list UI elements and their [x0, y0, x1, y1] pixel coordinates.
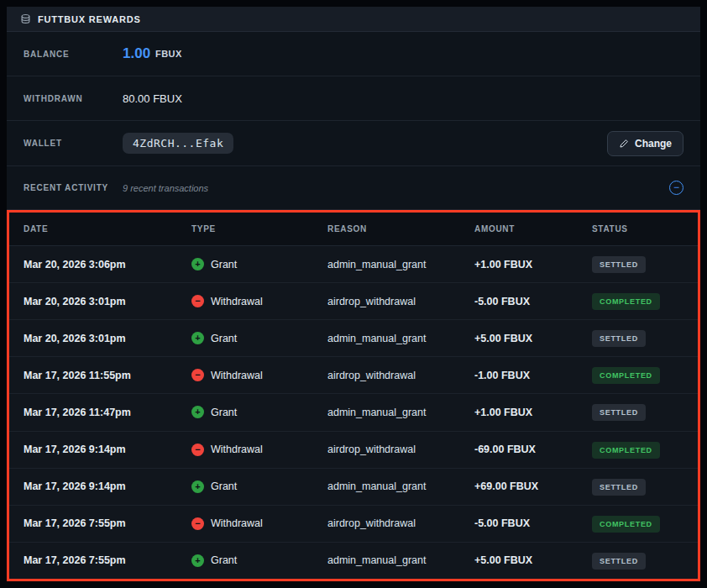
- table-row: Mar 17, 2026 11:55pm − Withdrawal airdro…: [9, 357, 698, 394]
- panel-header: FUTTBUX REWARDS: [7, 7, 700, 32]
- transaction-reason: admin_manual_grant: [327, 333, 474, 344]
- transaction-amount: +1.00 FBUX: [474, 407, 592, 418]
- withdrawal-minus-icon: −: [191, 369, 204, 381]
- column-header-reason: REASON: [327, 224, 474, 234]
- status-badge: COMPLETED: [592, 293, 660, 310]
- wallet-label: WALLET: [24, 139, 123, 148]
- table-row: Mar 20, 2026 3:01pm + Grant admin_manual…: [9, 320, 698, 357]
- status-badge: SETTLED: [592, 479, 646, 496]
- transaction-type-label: Grant: [211, 259, 237, 270]
- transaction-status: COMPLETED: [592, 366, 698, 384]
- transaction-amount: +5.00 FBUX: [474, 333, 592, 344]
- transaction-type-label: Grant: [211, 554, 237, 566]
- transaction-status: SETTLED: [592, 478, 698, 496]
- recent-activity-row: RECENT ACTIVITY 9 recent transactions −: [7, 166, 700, 210]
- withdrawn-value: 80.00 FBUX: [123, 92, 182, 105]
- table-row: Mar 20, 2026 3:01pm − Withdrawal airdrop…: [9, 283, 698, 320]
- status-badge: COMPLETED: [592, 367, 660, 384]
- balance-value: 1.00: [123, 45, 150, 62]
- status-badge: SETTLED: [592, 404, 646, 421]
- collapse-minus-icon[interactable]: −: [669, 181, 683, 195]
- transactions-table-highlighted: DATE TYPE REASON AMOUNT STATUS Mar 20, 2…: [7, 210, 700, 581]
- transaction-amount: -69.00 FBUX: [474, 444, 592, 455]
- transaction-type-label: Withdrawal: [211, 517, 263, 529]
- balance-row: BALANCE 1.00 FBUX: [7, 32, 700, 76]
- transaction-reason: airdrop_withdrawal: [327, 517, 474, 529]
- table-row: Mar 20, 2026 3:06pm + Grant admin_manual…: [9, 246, 698, 283]
- transaction-status: COMPLETED: [592, 292, 698, 310]
- transaction-amount: +5.00 FBUX: [474, 554, 592, 566]
- grant-plus-icon: +: [191, 554, 204, 567]
- status-badge: SETTLED: [592, 256, 646, 273]
- transaction-type-label: Withdrawal: [211, 444, 263, 455]
- grant-plus-icon: +: [191, 258, 204, 270]
- transaction-type-label: Withdrawal: [211, 296, 263, 307]
- transaction-status: COMPLETED: [592, 515, 698, 533]
- wallet-row: WALLET 4ZdRCH...Efak Change: [7, 121, 700, 166]
- withdrawal-minus-icon: −: [191, 444, 204, 456]
- transaction-type: + Grant: [191, 406, 327, 418]
- panel-title: FUTTBUX REWARDS: [38, 14, 141, 24]
- grant-plus-icon: +: [191, 332, 204, 344]
- transaction-status: SETTLED: [592, 403, 698, 421]
- grant-plus-icon: +: [191, 480, 204, 493]
- transaction-reason: admin_manual_grant: [327, 259, 474, 270]
- transaction-type: − Withdrawal: [191, 369, 327, 381]
- withdrawn-label: WITHDRAWN: [24, 94, 123, 103]
- transaction-type-label: Grant: [211, 480, 237, 492]
- transaction-reason: airdrop_withdrawal: [327, 370, 474, 381]
- transaction-date: Mar 17, 2026 9:14pm: [24, 444, 191, 455]
- status-badge: COMPLETED: [592, 442, 660, 459]
- transaction-amount: -1.00 FBUX: [474, 370, 592, 381]
- edit-pencil-icon: [619, 139, 629, 149]
- transaction-type: + Grant: [191, 480, 327, 493]
- transaction-date: Mar 17, 2026 7:55pm: [24, 554, 191, 566]
- balance-label: BALANCE: [24, 50, 123, 59]
- transaction-date: Mar 20, 2026 3:01pm: [24, 296, 191, 307]
- transaction-amount: +69.00 FBUX: [474, 480, 592, 492]
- transaction-status: COMPLETED: [592, 441, 698, 459]
- transaction-reason: airdrop_withdrawal: [327, 296, 474, 307]
- transaction-type: + Grant: [191, 258, 327, 270]
- transaction-reason: airdrop_withdrawal: [327, 444, 474, 455]
- transaction-type: + Grant: [191, 554, 327, 567]
- grant-plus-icon: +: [191, 406, 204, 418]
- transaction-amount: -5.00 FBUX: [474, 517, 592, 529]
- table-row: Mar 17, 2026 9:14pm − Withdrawal airdrop…: [9, 432, 698, 469]
- transaction-date: Mar 17, 2026 11:55pm: [24, 370, 191, 381]
- recent-activity-label: RECENT ACTIVITY: [24, 183, 123, 192]
- transaction-type-label: Withdrawal: [211, 370, 263, 381]
- transaction-type-label: Grant: [211, 333, 237, 344]
- transaction-date: Mar 17, 2026 11:47pm: [24, 407, 191, 418]
- withdrawal-minus-icon: −: [191, 517, 204, 530]
- withdrawal-minus-icon: −: [191, 295, 204, 307]
- table-row: Mar 17, 2026 9:14pm + Grant admin_manual…: [9, 469, 698, 506]
- change-wallet-button[interactable]: Change: [607, 131, 683, 156]
- transaction-status: SETTLED: [592, 552, 698, 570]
- transaction-amount: -5.00 FBUX: [474, 296, 592, 307]
- column-header-status: STATUS: [592, 224, 698, 234]
- transaction-type: − Withdrawal: [191, 295, 327, 307]
- change-button-label: Change: [635, 138, 672, 150]
- transaction-reason: admin_manual_grant: [327, 480, 474, 492]
- wallet-address-pill: 4ZdRCH...Efak: [123, 133, 233, 154]
- table-row: Mar 17, 2026 7:55pm − Withdrawal airdrop…: [9, 506, 698, 543]
- balance-unit: FBUX: [155, 49, 182, 59]
- status-badge: SETTLED: [592, 553, 646, 570]
- transaction-type: + Grant: [191, 332, 327, 344]
- status-badge: SETTLED: [592, 330, 646, 347]
- table-body: Mar 20, 2026 3:06pm + Grant admin_manual…: [9, 246, 698, 579]
- column-header-amount: AMOUNT: [474, 224, 592, 234]
- table-row: Mar 17, 2026 7:55pm + Grant admin_manual…: [9, 543, 698, 579]
- transaction-date: Mar 17, 2026 9:14pm: [24, 480, 191, 492]
- transaction-date: Mar 20, 2026 3:01pm: [24, 333, 191, 344]
- withdrawn-row: WITHDRAWN 80.00 FBUX: [7, 76, 700, 121]
- transaction-status: SETTLED: [592, 255, 698, 273]
- rewards-panel: FUTTBUX REWARDS BALANCE 1.00 FBUX WITHDR…: [7, 7, 700, 581]
- coins-icon: [20, 13, 31, 24]
- transaction-date: Mar 20, 2026 3:06pm: [24, 259, 191, 270]
- table-row: Mar 17, 2026 11:47pm + Grant admin_manua…: [9, 394, 698, 431]
- table-header: DATE TYPE REASON AMOUNT STATUS: [9, 213, 698, 246]
- transaction-type: − Withdrawal: [191, 444, 327, 456]
- transaction-status: SETTLED: [592, 329, 698, 347]
